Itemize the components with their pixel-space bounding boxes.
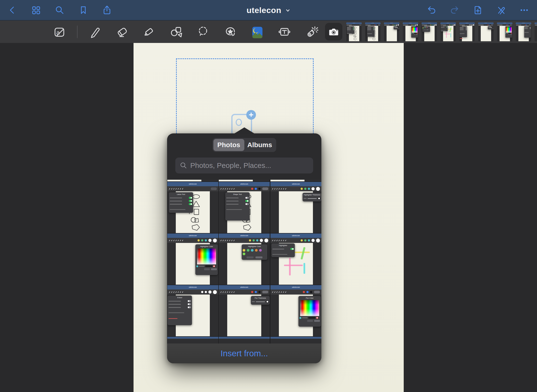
photo-thumbnail[interactable]: uteleconPen Color bbox=[270, 285, 321, 336]
mini-navbar: utelecon bbox=[270, 182, 321, 186]
mini-popup-slider: Pen Thickness bbox=[251, 296, 270, 305]
mini-title: utelecon bbox=[390, 23, 393, 24]
photo-thumbnail[interactable]: uteleconShape Tool bbox=[219, 182, 270, 233]
page-thumbnails-button[interactable] bbox=[30, 5, 42, 16]
lasso-tool-button[interactable] bbox=[196, 24, 211, 39]
add-image-plus-badge: + bbox=[246, 110, 256, 120]
mini-navbar: utelecon bbox=[535, 22, 537, 24]
mini-highlight-stroke bbox=[304, 263, 305, 274]
tab-albums[interactable]: Albums bbox=[244, 139, 275, 151]
back-button[interactable] bbox=[7, 5, 18, 16]
page-thumbnail[interactable]: utelecon bbox=[535, 22, 537, 41]
undo-button[interactable] bbox=[426, 5, 437, 16]
handwriting-tool-icon: a bbox=[53, 25, 66, 39]
text-tool-button[interactable] bbox=[277, 24, 292, 39]
mini-toolbar bbox=[270, 238, 321, 243]
page-thumbnail[interactable]: utelecon bbox=[346, 22, 362, 41]
mini-popup-spectrum: Highlighter Color bbox=[195, 244, 218, 275]
mini-navbar: utelecon bbox=[167, 285, 218, 289]
more-options-button[interactable] bbox=[519, 5, 530, 16]
mini-popup-menu: Eraser bbox=[168, 296, 192, 325]
mini-title: utelecon bbox=[189, 286, 197, 288]
photo-thumbnail[interactable]: uteleconEraser bbox=[167, 285, 218, 336]
navbar-right-group bbox=[426, 5, 530, 16]
camera-button[interactable] bbox=[325, 23, 342, 41]
photo-thumbnail-partial[interactable] bbox=[219, 180, 270, 181]
mini-title: utelecon bbox=[428, 23, 431, 24]
mini-popup-title: Highlighter Thickness bbox=[304, 194, 320, 196]
recent-photos-strip: uteleconuteleconuteleconuteleconutelecon… bbox=[346, 22, 537, 41]
mini-title: utelecon bbox=[503, 23, 506, 24]
eraser-icon bbox=[115, 25, 129, 39]
shapes-tool-button[interactable] bbox=[169, 24, 184, 39]
photo-thumbnail[interactable]: uteleconPen Thickness bbox=[219, 285, 270, 336]
mini-popup-spectrum bbox=[411, 26, 418, 38]
redo-button[interactable] bbox=[449, 5, 460, 16]
mini-popup-title: Lasso Tool bbox=[170, 193, 192, 196]
toolbar-divider bbox=[77, 26, 78, 38]
mini-color-spectrum bbox=[412, 27, 417, 33]
mini-navbar-sliver bbox=[167, 337, 218, 339]
mini-navbar: utelecon bbox=[478, 22, 494, 24]
photo-thumbnail-partial[interactable] bbox=[167, 337, 218, 344]
mini-toolbar bbox=[167, 289, 218, 295]
pen-tool-button[interactable] bbox=[88, 24, 103, 39]
photo-thumbnail-partial[interactable] bbox=[219, 337, 270, 344]
bookmark-button[interactable] bbox=[78, 5, 89, 16]
mini-popup-menu: Highlighter bbox=[271, 243, 295, 257]
eraser-tool-button[interactable] bbox=[115, 24, 130, 39]
add-page-button[interactable] bbox=[472, 5, 483, 16]
photo-thumbnail[interactable]: uteleconHighlighter bbox=[270, 234, 321, 285]
mini-title: utelecon bbox=[372, 23, 374, 24]
photo-thumbnail[interactable]: uteleconHighlighter Color bbox=[219, 234, 270, 285]
mini-title: utelecon bbox=[522, 23, 525, 24]
photo-thumbnail-partial[interactable] bbox=[167, 180, 218, 181]
photo-thumbnail[interactable]: uteleconHighlighter Thickness bbox=[270, 182, 321, 233]
pen-crossed-icon bbox=[496, 5, 506, 15]
document-title-dropdown[interactable]: utelecon bbox=[247, 0, 290, 21]
search-button[interactable] bbox=[54, 5, 65, 16]
share-button[interactable] bbox=[101, 5, 113, 16]
mini-title: utelecon bbox=[240, 235, 248, 237]
photo-thumbnail-partial[interactable] bbox=[270, 180, 321, 181]
search-input[interactable] bbox=[190, 161, 309, 170]
page-thumbnail[interactable]: utelecon bbox=[384, 22, 399, 41]
photo-thumbnail[interactable]: uteleconLasso Tool bbox=[167, 182, 218, 233]
mini-popup-title: Shape Tool bbox=[226, 193, 249, 196]
laser-pointer-tool-button[interactable] bbox=[304, 24, 319, 39]
document-canvas[interactable]: + Photos Albums uteleconLasso Toolutelec… bbox=[0, 43, 537, 392]
pen-mode-toggle-button[interactable] bbox=[495, 5, 507, 16]
photo-thumbnail[interactable]: uteleconHighlighter Color bbox=[167, 234, 218, 285]
mini-toolbar bbox=[270, 186, 321, 191]
navigation-bar: utelecon bbox=[0, 0, 537, 21]
mini-title: utelecon bbox=[353, 23, 355, 24]
mini-navbar: utelecon bbox=[270, 234, 321, 238]
image-tool-button[interactable] bbox=[250, 24, 265, 39]
placeholder-sun-icon bbox=[236, 119, 242, 126]
insert-from-button[interactable]: Insert from... bbox=[167, 344, 321, 363]
tool-ribbon: a bbox=[0, 21, 537, 43]
page-thumbnail[interactable]: utelecon bbox=[516, 22, 531, 41]
mini-toolbar bbox=[219, 238, 270, 243]
lasso-icon bbox=[197, 25, 210, 39]
page-thumbnail[interactable]: utelecon bbox=[478, 22, 494, 41]
mini-popup-dots bbox=[422, 26, 430, 32]
add-page-icon bbox=[473, 5, 483, 15]
page-thumbnail[interactable]: utelecon bbox=[403, 22, 418, 41]
page-thumbnail[interactable]: utelecon bbox=[440, 22, 456, 41]
handwriting-tool-button[interactable]: a bbox=[52, 24, 67, 39]
tab-photos[interactable]: Photos bbox=[213, 139, 244, 151]
page-thumbnail[interactable]: utelecon bbox=[497, 22, 512, 41]
mini-toolbar bbox=[167, 238, 218, 243]
mini-page-sliver bbox=[167, 180, 201, 181]
mini-navbar: utelecon bbox=[384, 22, 399, 24]
highlighter-tool-button[interactable] bbox=[142, 24, 157, 39]
page-thumbnail[interactable]: utelecon bbox=[365, 22, 381, 41]
mini-title: utelecon bbox=[240, 183, 248, 185]
photo-thumbnail-partial[interactable] bbox=[270, 337, 321, 344]
page-thumbnail[interactable]: utelecon bbox=[422, 22, 437, 41]
page-thumbnail[interactable]: utelecon bbox=[459, 22, 475, 41]
photo-search-field[interactable] bbox=[175, 158, 313, 173]
elements-tool-button[interactable] bbox=[223, 24, 238, 39]
popover-arrow bbox=[234, 127, 255, 134]
